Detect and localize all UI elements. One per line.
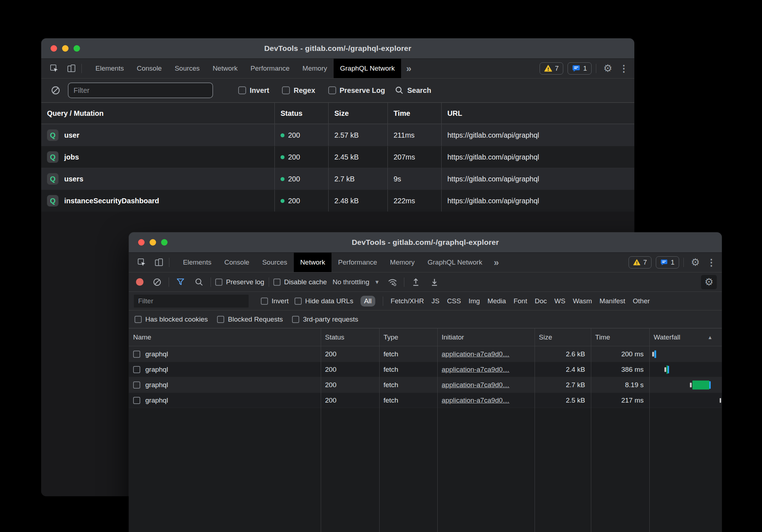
device-toolbar-icon[interactable] [152,256,166,269]
record-button[interactable] [136,278,144,286]
has-blocked-cookies-checkbox[interactable] [135,316,142,323]
type-filter-all[interactable]: All [361,296,375,307]
type-filter-img[interactable]: Img [469,297,480,305]
column-size[interactable]: Size [328,103,387,124]
row-checkbox[interactable] [133,381,140,389]
inspect-element-icon[interactable] [47,62,61,75]
hide-data-urls-checkbox[interactable] [295,298,302,305]
invert-checkbox-group[interactable]: Invert [238,86,269,95]
column-initiator[interactable]: Initiator [437,328,535,346]
type-filter-fetch-xhr[interactable]: Fetch/XHR [391,297,424,305]
initiator-link[interactable]: application-a7ca9d0… [442,381,509,389]
third-party-requests-group[interactable]: 3rd-party requests [292,315,358,323]
issues-badge[interactable]: 1 [568,62,592,75]
row-checkbox[interactable] [133,351,140,358]
issues-badge[interactable]: 1 [656,256,679,269]
row-checkbox[interactable] [133,366,140,373]
column-size[interactable]: Size [535,328,591,346]
settings-gear-icon[interactable]: ⚙ [688,256,702,269]
type-filter-wasm[interactable]: Wasm [573,297,592,305]
type-filter-manifest[interactable]: Manifest [599,297,625,305]
table-row[interactable]: graphql 200 fetch application-a7ca9d0… 2… [129,377,722,393]
tab-elements[interactable]: Elements [89,59,130,78]
more-tabs-icon[interactable]: » [489,253,504,272]
table-header-row[interactable]: Query / Mutation Status Size Time URL [41,103,634,124]
filter-input[interactable] [68,82,213,98]
filter-input[interactable] [134,295,249,308]
column-waterfall[interactable]: Waterfall ▲ [649,328,722,346]
kebab-menu-icon[interactable]: ⋮ [707,256,716,269]
column-status[interactable]: Status [321,328,379,346]
column-time[interactable]: Time [591,328,649,346]
kebab-menu-icon[interactable]: ⋮ [619,62,629,75]
table-row[interactable]: QinstanceSecurityDashboard 200 2.48 kB 2… [41,190,634,212]
title-bar[interactable]: DevTools - gitlab.com/-/graphql-explorer [41,38,634,59]
disable-cache-checkbox[interactable] [273,279,281,286]
column-name[interactable]: Name [129,328,321,346]
network-conditions-icon[interactable] [385,275,400,289]
disable-cache-group[interactable]: Disable cache [273,278,327,286]
more-tabs-icon[interactable]: » [401,59,416,78]
type-filter-font[interactable]: Font [513,297,527,305]
tab-sources[interactable]: Sources [168,59,206,78]
console-warnings-badge[interactable]: 7 [540,62,564,75]
column-time[interactable]: Time [387,103,441,124]
search-icon[interactable] [192,275,206,289]
has-blocked-cookies-group[interactable]: Has blocked cookies [135,315,208,323]
inspect-element-icon[interactable] [135,256,149,269]
tab-sources[interactable]: Sources [256,253,294,272]
table-row[interactable]: graphql 200 fetch application-a7ca9d0… 2… [129,346,722,362]
invert-group[interactable]: Invert [261,297,289,305]
tab-graphql-network[interactable]: GraphQL Network [334,59,401,78]
table-row[interactable]: graphql 200 fetch application-a7ca9d0… 2… [129,362,722,377]
filter-funnel-icon[interactable] [173,275,188,289]
type-filter-doc[interactable]: Doc [535,297,547,305]
search-control[interactable]: Search [395,86,431,95]
tab-performance[interactable]: Performance [244,59,296,78]
tab-console[interactable]: Console [218,253,256,272]
tab-graphql-network[interactable]: GraphQL Network [421,253,489,272]
settings-gear-icon[interactable]: ⚙ [601,62,615,75]
tab-elements[interactable]: Elements [177,253,218,272]
regex-checkbox[interactable] [282,86,290,94]
invert-checkbox[interactable] [261,298,268,305]
throttling-dropdown[interactable]: No throttling ▼ [331,278,381,286]
preserve-log-group[interactable]: Preserve log [215,278,264,286]
blocked-requests-checkbox[interactable] [217,316,224,323]
type-filter-ws[interactable]: WS [554,297,565,305]
type-filter-js[interactable]: JS [432,297,439,305]
invert-checkbox[interactable] [238,86,246,94]
tab-memory[interactable]: Memory [296,59,334,78]
third-party-requests-checkbox[interactable] [292,316,299,323]
clear-icon[interactable] [48,84,63,97]
table-row[interactable]: Quser 200 2.57 kB 211ms https://gitlab.c… [41,124,634,146]
type-filter-other[interactable]: Other [633,297,650,305]
table-header-row[interactable]: Name Status Type Initiator Size Time Wat… [129,328,722,346]
column-status[interactable]: Status [274,103,328,124]
preserve-log-checkbox-group[interactable]: Preserve Log [328,86,385,95]
import-har-icon[interactable] [409,275,423,289]
network-settings-gear-icon[interactable]: ⚙ [701,275,717,289]
device-toolbar-icon[interactable] [64,62,79,75]
hide-data-urls-group[interactable]: Hide data URLs [295,297,353,305]
initiator-link[interactable]: application-a7ca9d0… [442,350,509,358]
tab-console[interactable]: Console [130,59,168,78]
tab-network[interactable]: Network [294,253,332,272]
preserve-log-checkbox[interactable] [215,279,222,286]
column-type[interactable]: Type [379,328,437,346]
clear-icon[interactable] [150,275,164,289]
table-row[interactable]: graphql 200 fetch application-a7ca9d0… 2… [129,393,722,408]
type-filter-media[interactable]: Media [488,297,506,305]
initiator-link[interactable]: application-a7ca9d0… [442,366,509,374]
table-row[interactable]: Qjobs 200 2.45 kB 207ms https://gitlab.c… [41,146,634,168]
export-har-icon[interactable] [427,275,442,289]
tab-network[interactable]: Network [206,59,244,78]
regex-checkbox-group[interactable]: Regex [282,86,315,95]
blocked-requests-group[interactable]: Blocked Requests [217,315,283,323]
column-url[interactable]: URL [441,103,634,124]
type-filter-css[interactable]: CSS [447,297,461,305]
row-checkbox[interactable] [133,397,140,404]
console-warnings-badge[interactable]: 7 [629,256,652,269]
initiator-link[interactable]: application-a7ca9d0… [442,396,509,404]
preserve-log-checkbox[interactable] [328,86,336,94]
